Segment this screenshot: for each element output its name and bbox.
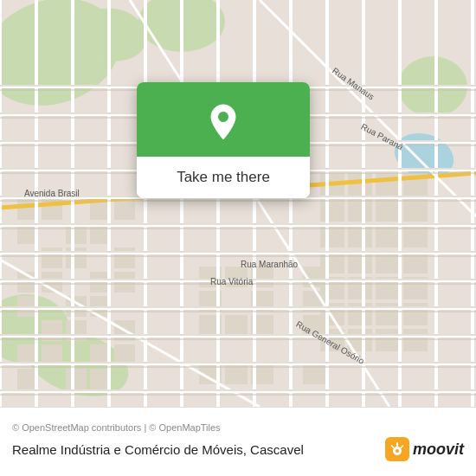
svg-point-2 [396, 449, 399, 453]
map-canvas [0, 0, 476, 407]
bottom-bar: © OpenStreetMap contributors | © OpenMap… [0, 407, 476, 476]
copyright-line: © OpenStreetMap contributors | © OpenMap… [12, 422, 464, 433]
place-name: Realme Indústria e Comércio de Móveis, C… [12, 442, 304, 457]
popup-header [137, 82, 310, 157]
moovit-logo: moovit [385, 437, 464, 461]
moovit-text: moovit [413, 441, 464, 459]
take-me-there-button[interactable]: Take me there [137, 157, 310, 198]
location-pin [208, 103, 239, 141]
map-container: Rua Manaus Rua Paraná Avenida Brasil Rua… [0, 0, 476, 407]
svg-point-0 [218, 112, 228, 122]
popup-card: Take me there [137, 82, 310, 198]
moovit-icon [385, 437, 409, 461]
place-name-line: Realme Indústria e Comércio de Móveis, C… [12, 437, 464, 461]
